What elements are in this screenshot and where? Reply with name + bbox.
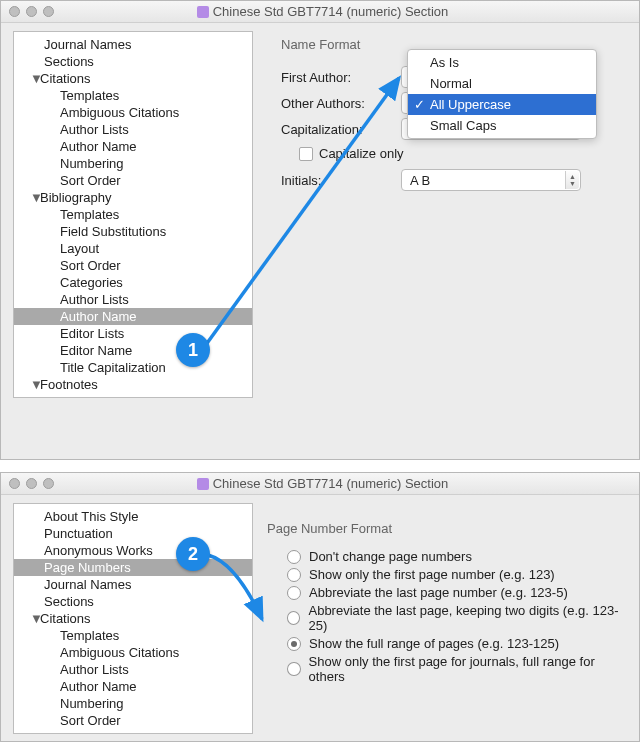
radio-label: Don't change page numbers: [309, 549, 472, 564]
menu-item-small-caps[interactable]: Small Caps: [408, 115, 596, 136]
sidebar-item-about-this-style[interactable]: About This Style: [14, 508, 252, 525]
sidebar-item-label: Field Substitutions: [60, 224, 166, 239]
sidebar-item-label: Author Lists: [60, 122, 129, 137]
sidebar-item-label: Templates: [60, 207, 119, 222]
step-badge-1: 1: [176, 333, 210, 367]
sidebar-item-ambiguous-citations[interactable]: Ambiguous Citations: [14, 104, 252, 121]
sidebar-item-journal-names[interactable]: Journal Names: [14, 576, 252, 593]
radio-option[interactable]: Abbreviate the last page number (e.g. 12…: [287, 585, 623, 600]
menu-item-all-uppercase[interactable]: ✓All Uppercase: [408, 94, 596, 115]
radio-icon[interactable]: [287, 568, 301, 582]
sidebar-item-punctuation[interactable]: Punctuation: [14, 525, 252, 542]
radio-icon[interactable]: [287, 586, 301, 600]
zoom-icon[interactable]: [43, 478, 54, 489]
radio-label: Show only the first page number (e.g. 12…: [309, 567, 555, 582]
sidebar-item-anonymous-works[interactable]: Anonymous Works: [14, 542, 252, 559]
sidebar-item-sections[interactable]: Sections: [14, 593, 252, 610]
sidebar-item-editor-name[interactable]: Editor Name: [14, 342, 252, 359]
initials-label: Initials:: [281, 173, 401, 188]
sidebar-item-title-capitalization[interactable]: Title Capitalization: [14, 359, 252, 376]
capitalize-only-checkbox[interactable]: [299, 147, 313, 161]
radio-icon[interactable]: [287, 550, 301, 564]
sidebar-item-author-name[interactable]: Author Name: [14, 308, 252, 325]
radio-option[interactable]: Show only the first page number (e.g. 12…: [287, 567, 623, 582]
initials-combo[interactable]: A B ▲▼: [401, 169, 581, 191]
sidebar-item-label: Anonymous Works: [44, 543, 153, 558]
radio-icon[interactable]: [287, 637, 301, 651]
sidebar-item-citations[interactable]: ▼Citations: [14, 610, 252, 627]
traffic-lights[interactable]: [9, 6, 54, 17]
window-name-format: Chinese Std GBT7714 (numeric) Section Jo…: [0, 0, 640, 460]
sidebar-item-layout[interactable]: Layout: [14, 240, 252, 257]
titlebar[interactable]: Chinese Std GBT7714 (numeric) Section: [1, 1, 639, 23]
titlebar[interactable]: Chinese Std GBT7714 (numeric) Section: [1, 473, 639, 495]
radio-icon[interactable]: [287, 611, 300, 625]
sidebar-item-templates[interactable]: Templates: [14, 206, 252, 223]
sidebar-item-bibliography[interactable]: ▼Bibliography: [14, 189, 252, 206]
sidebar-tree[interactable]: Journal NamesSections▼CitationsTemplates…: [13, 31, 253, 398]
radio-option[interactable]: Show only the first page for journals, f…: [287, 654, 623, 684]
sidebar-item-author-lists[interactable]: Author Lists: [14, 661, 252, 678]
sidebar-item-sort-order[interactable]: Sort Order: [14, 172, 252, 189]
radio-label: Abbreviate the last page number (e.g. 12…: [309, 585, 568, 600]
sidebar-item-label: Page Numbers: [44, 560, 131, 575]
capitalization-menu[interactable]: As IsNormal✓All UppercaseSmall Caps: [407, 49, 597, 139]
sidebar-item-field-substitutions[interactable]: Field Substitutions: [14, 223, 252, 240]
sidebar-item-journal-names[interactable]: Journal Names: [14, 36, 252, 53]
sidebar-item-citations[interactable]: ▼Citations: [14, 70, 252, 87]
sidebar-item-label: Ambiguous Citations: [60, 645, 179, 660]
sidebar-item-label: Bibliography: [40, 190, 112, 205]
traffic-lights[interactable]: [9, 478, 54, 489]
zoom-icon[interactable]: [43, 6, 54, 17]
radio-icon[interactable]: [287, 662, 301, 676]
sidebar-item-sections[interactable]: Sections: [14, 53, 252, 70]
check-icon: ✓: [414, 97, 425, 112]
sidebar-item-label: Sort Order: [60, 173, 121, 188]
sidebar-item-label: Layout: [60, 241, 99, 256]
sidebar-item-label: Sort Order: [60, 258, 121, 273]
sidebar-item-label: Punctuation: [44, 526, 113, 541]
sidebar-item-label: Footnotes: [40, 377, 98, 392]
sidebar-item-label: Editor Name: [60, 343, 132, 358]
sidebar-item-editor-lists[interactable]: Editor Lists: [14, 325, 252, 342]
sidebar-item-author-name[interactable]: Author Name: [14, 678, 252, 695]
radio-label: Abbreviate the last page, keeping two di…: [308, 603, 623, 633]
radio-option[interactable]: Show the full range of pages (e.g. 123-1…: [287, 636, 623, 651]
sidebar-item-ambiguous-citations[interactable]: Ambiguous Citations: [14, 644, 252, 661]
sidebar-item-author-lists[interactable]: Author Lists: [14, 291, 252, 308]
minimize-icon[interactable]: [26, 478, 37, 489]
radio-label: Show only the first page for journals, f…: [309, 654, 623, 684]
document-icon: [197, 6, 209, 18]
capitalization-label: Capitalization:: [281, 122, 401, 137]
sidebar-tree[interactable]: About This StylePunctuationAnonymous Wor…: [13, 503, 253, 734]
sidebar-item-author-name[interactable]: Author Name: [14, 138, 252, 155]
sidebar-item-numbering[interactable]: Numbering: [14, 155, 252, 172]
chevron-down-icon: ▼: [30, 611, 40, 626]
sidebar-item-sort-order[interactable]: Sort Order: [14, 712, 252, 729]
sidebar-item-footnotes[interactable]: ▼Footnotes: [14, 376, 252, 393]
sidebar-item-categories[interactable]: Categories: [14, 274, 252, 291]
capitalize-only-label: Capitalize only: [319, 146, 404, 161]
sidebar-item-sort-order[interactable]: Sort Order: [14, 257, 252, 274]
menu-item-normal[interactable]: Normal: [408, 73, 596, 94]
sidebar-item-label: Author Lists: [60, 292, 129, 307]
close-icon[interactable]: [9, 478, 20, 489]
sidebar-item-label: Sections: [44, 594, 94, 609]
radio-label: Show the full range of pages (e.g. 123-1…: [309, 636, 559, 651]
sidebar-item-templates[interactable]: Templates: [14, 87, 252, 104]
sidebar-item-author-lists[interactable]: Author Lists: [14, 121, 252, 138]
radio-option[interactable]: Don't change page numbers: [287, 549, 623, 564]
sidebar-item-label: Citations: [40, 611, 91, 626]
sidebar-item-label: Title Capitalization: [60, 360, 166, 375]
other-authors-label: Other Authors:: [281, 96, 401, 111]
minimize-icon[interactable]: [26, 6, 37, 17]
chevron-down-icon: ▼: [30, 71, 40, 86]
radio-option[interactable]: Abbreviate the last page, keeping two di…: [287, 603, 623, 633]
sidebar-item-label: Ambiguous Citations: [60, 105, 179, 120]
sidebar-item-templates[interactable]: Templates: [14, 627, 252, 644]
sidebar-item-label: Journal Names: [44, 37, 131, 52]
close-icon[interactable]: [9, 6, 20, 17]
menu-item-as-is[interactable]: As Is: [408, 52, 596, 73]
sidebar-item-numbering[interactable]: Numbering: [14, 695, 252, 712]
sidebar-item-page-numbers[interactable]: Page Numbers: [14, 559, 252, 576]
